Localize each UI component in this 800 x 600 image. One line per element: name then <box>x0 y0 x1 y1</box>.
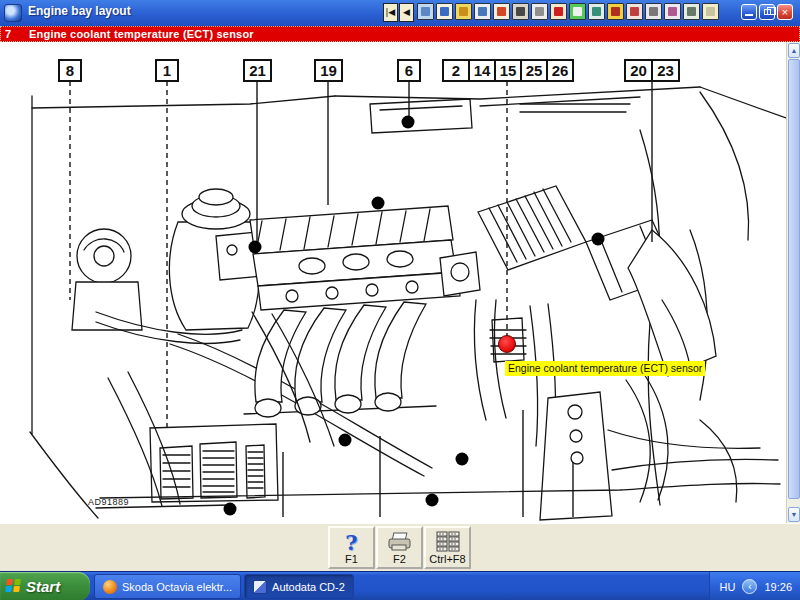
function-key-strip: ?F1F2Ctrl+F8 <box>0 523 800 571</box>
firefox-icon <box>103 580 117 594</box>
callout-label-6: 6 <box>405 62 413 79</box>
toolbar-icon-2[interactable] <box>436 3 453 20</box>
component-dot-3[interactable] <box>372 197 385 210</box>
toolbar-icon-7-glyph <box>535 7 544 16</box>
start-button[interactable]: Start <box>0 572 90 600</box>
toolbar-icon-12-glyph <box>630 7 639 16</box>
action-button-label: F2 <box>378 553 421 565</box>
topic-title: Engine coolant temperature (ECT) sensor <box>29 28 254 40</box>
window-title: Engine bay layout <box>28 4 131 18</box>
tray-chevron-icon[interactable]: ‹ <box>742 579 757 594</box>
scroll-down-button[interactable]: ▼ <box>788 507 800 522</box>
scroll-up-button[interactable]: ▲ <box>788 43 800 58</box>
toolbar-icon-3-glyph <box>459 7 468 16</box>
nav-back-button[interactable]: ◀ <box>399 3 414 22</box>
action-buttons: ?F1F2Ctrl+F8 <box>328 526 472 569</box>
toolbar-icon-5-glyph <box>497 7 506 16</box>
start-button-label: Start <box>26 578 60 595</box>
toolbar-icon-11[interactable] <box>607 3 624 20</box>
component-dot-7[interactable] <box>224 503 237 516</box>
nav-first-button[interactable]: |◀ <box>383 3 398 22</box>
toolbar-icon-16[interactable] <box>702 3 719 20</box>
f2-button[interactable]: F2 <box>376 526 423 569</box>
toolbar-icon-1-glyph <box>421 7 430 16</box>
component-dot-2[interactable] <box>402 116 415 129</box>
toolbar-icon-12[interactable] <box>626 3 643 20</box>
ctrl-f8-button[interactable]: Ctrl+F8 <box>424 526 471 569</box>
diagram-reference-code: AD91889 <box>88 497 129 507</box>
toolbar-icon-6-glyph <box>516 7 525 16</box>
toolbar-icon-11-glyph <box>611 7 620 16</box>
component-dot-4[interactable] <box>592 233 605 246</box>
close-button[interactable]: × <box>777 4 793 20</box>
component-dot-6[interactable] <box>426 494 439 507</box>
window-titlebar: Engine bay layout |◀ ◀ × <box>0 0 800 26</box>
callout-label-23: 23 <box>657 62 674 79</box>
callout-label-20: 20 <box>630 62 647 79</box>
diagram-canvas[interactable]: 81211962141525262023 Engine coolant temp… <box>0 42 800 523</box>
autodata-icon <box>253 580 267 594</box>
ect-sensor-tooltip: Engine coolant temperature (ECT) sensor <box>505 361 705 376</box>
engine-bay-diagram: 81211962141525262023 <box>0 42 786 523</box>
toolbar-icon-9[interactable] <box>569 3 586 20</box>
printer-icon <box>387 532 413 552</box>
toolbar-icon-10[interactable] <box>588 3 605 20</box>
callout-label-26: 26 <box>552 62 569 79</box>
toolbar-icon-15[interactable] <box>683 3 700 20</box>
toolbar-icon-10-glyph <box>592 7 601 16</box>
toolbar-icon-13-glyph <box>649 7 658 16</box>
callout-label-15: 15 <box>500 62 517 79</box>
help-icon: ? <box>345 530 357 555</box>
toolbar-icon-6[interactable] <box>512 3 529 20</box>
component-dot-1[interactable] <box>249 241 262 254</box>
component-dot-5[interactable] <box>339 434 352 447</box>
callout-label-1: 1 <box>163 62 171 79</box>
restore-button[interactable] <box>759 4 775 20</box>
toolbar-icon-14-glyph <box>668 7 677 16</box>
callout-label-19: 19 <box>320 62 337 79</box>
toolbar-icon-4[interactable] <box>474 3 491 20</box>
action-button-label: Ctrl+F8 <box>426 553 469 565</box>
component-dot-8[interactable] <box>456 453 469 466</box>
scrollbar-thumb[interactable] <box>788 59 800 499</box>
topic-header-bar: 7 Engine coolant temperature (ECT) senso… <box>0 26 800 42</box>
toolbar-icon-7[interactable] <box>531 3 548 20</box>
windows-logo-icon <box>5 579 22 593</box>
toolbar-icon-8[interactable] <box>550 3 567 20</box>
application-window: Engine bay layout |◀ ◀ × 7 Engine coolan… <box>0 0 800 600</box>
toolbar-icon-1[interactable] <box>417 3 434 20</box>
callout-boxes: 81211962141525262023 <box>59 60 679 81</box>
task-button-row: Skoda Octavia elektr...Autodata CD-2 <box>94 574 354 599</box>
ect-sensor-marker[interactable] <box>498 335 516 353</box>
app-icon <box>4 4 22 22</box>
system-tray: HU ‹ 19:26 <box>709 572 800 600</box>
toolbar-icon-3[interactable] <box>455 3 472 20</box>
vertical-scrollbar[interactable]: ▲ ▼ <box>786 42 800 523</box>
toolbar-icon-16-glyph <box>706 7 715 16</box>
toolbar-icon-5[interactable] <box>493 3 510 20</box>
task-label: Skoda Octavia elektr... <box>122 581 232 593</box>
toolbar-icon-14[interactable] <box>664 3 681 20</box>
toolbar-icon-row <box>417 3 719 22</box>
task-label: Autodata CD-2 <box>272 581 345 593</box>
taskbar-task-2[interactable]: Autodata CD-2 <box>244 574 354 599</box>
toolbar-icon-9-glyph <box>573 7 582 16</box>
toolbar-icon-2-glyph <box>440 7 449 16</box>
minimize-button[interactable] <box>741 4 757 20</box>
callout-label-25: 25 <box>526 62 543 79</box>
minimize-icon <box>745 14 753 16</box>
callout-label-2: 2 <box>452 62 460 79</box>
language-indicator[interactable]: HU <box>720 581 736 593</box>
taskbar-clock[interactable]: 19:26 <box>764 581 792 593</box>
callout-label-8: 8 <box>66 62 74 79</box>
callout-label-21: 21 <box>249 62 266 79</box>
toolbar-icon-15-glyph <box>687 7 696 16</box>
taskbar-task-1[interactable]: Skoda Octavia elektr... <box>94 574 241 599</box>
callout-label-14: 14 <box>474 62 491 79</box>
taskbar: Start Skoda Octavia elektr...Autodata CD… <box>0 571 800 600</box>
restore-icon <box>764 9 771 15</box>
f1-button[interactable]: ?F1 <box>328 526 375 569</box>
toolbar-icon-13[interactable] <box>645 3 662 20</box>
toolbar-icon-4-glyph <box>478 7 487 16</box>
list-icon <box>435 531 461 553</box>
